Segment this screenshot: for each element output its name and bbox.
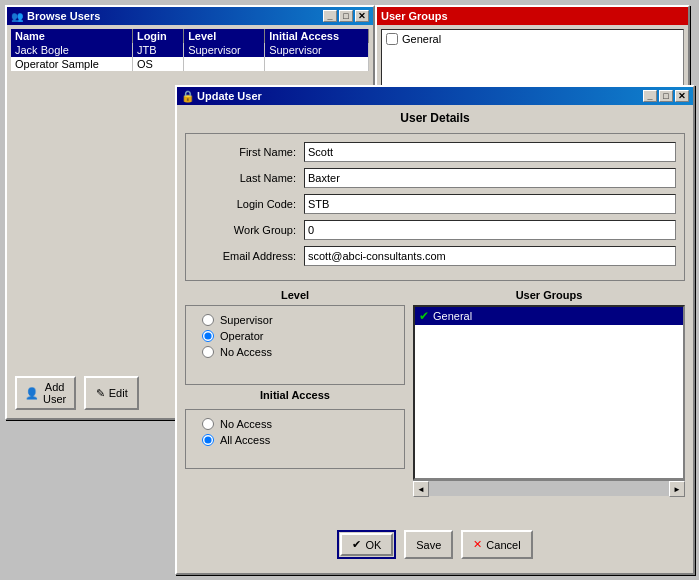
add-user-label: AddUser (43, 381, 66, 405)
no-access-label: No Access (220, 346, 272, 358)
edit-button[interactable]: ✎ Edit (84, 376, 139, 410)
last-name-label: Last Name: (194, 172, 304, 184)
edit-label: Edit (109, 387, 128, 399)
cancel-icon: ✕ (473, 538, 482, 551)
group-general-label: General (402, 33, 441, 45)
initial-access-title: Initial Access (185, 385, 405, 405)
scroll-left-button[interactable]: ◄ (413, 481, 429, 497)
horizontal-scrollbar[interactable]: ◄ ► (413, 480, 685, 496)
ok-button[interactable]: ✔ OK (340, 533, 393, 556)
user-details-form: First Name: Last Name: Login Code: Work … (185, 133, 685, 281)
lock-icon: 🔒 (181, 90, 195, 102)
group-general-checkbox[interactable] (386, 33, 398, 45)
maximize-button[interactable]: □ (339, 10, 353, 22)
no-access-option: No Access (202, 346, 388, 358)
operator-label: Operator (220, 330, 263, 342)
update-user-body: User Details First Name: Last Name: Logi… (177, 105, 693, 573)
scroll-right-button[interactable]: ► (669, 481, 685, 497)
no-access-initial-radio[interactable] (202, 418, 214, 430)
supervisor-label: Supervisor (220, 314, 273, 326)
col-initial-access: Initial Access (265, 29, 369, 43)
initial-access-panel: No Access All Access (185, 409, 405, 469)
work-group-label: Work Group: (194, 224, 304, 236)
update-user-groups-section: User Groups ✔ General ◄ ► (413, 285, 685, 496)
close-button[interactable]: ✕ (355, 10, 369, 22)
col-login: Login (132, 29, 183, 43)
login-code-label: Login Code: (194, 198, 304, 210)
cell-login: OS (132, 57, 183, 71)
first-name-input[interactable] (304, 142, 676, 162)
ok-icon: ✔ (352, 538, 361, 551)
operator-option: Operator (202, 330, 388, 342)
lower-section: Level Supervisor Operator No Access (185, 285, 685, 496)
all-access-initial-option: All Access (202, 434, 388, 446)
cell-name: Jack Bogle (11, 43, 132, 57)
email-input[interactable] (304, 246, 676, 266)
work-group-input[interactable] (304, 220, 676, 240)
check-mark-icon: ✔ (419, 309, 429, 323)
last-name-input[interactable] (304, 168, 676, 188)
ok-btn-wrapper: ✔ OK (337, 530, 396, 559)
cell-name: Operator Sample (11, 57, 132, 71)
cell-level (184, 57, 265, 71)
update-close-button[interactable]: ✕ (675, 90, 689, 102)
supervisor-option: Supervisor (202, 314, 388, 326)
edit-icon: ✎ (96, 387, 105, 400)
level-radio-panel: Supervisor Operator No Access (185, 305, 405, 385)
scroll-track[interactable] (429, 481, 669, 496)
no-access-radio[interactable] (202, 346, 214, 358)
user-groups-title: User Groups (381, 10, 448, 22)
level-title: Level (185, 285, 405, 305)
operator-radio[interactable] (202, 330, 214, 342)
email-label: Email Address: (194, 250, 304, 262)
table-row[interactable]: Jack Bogle JTB Supervisor Supervisor (11, 43, 369, 57)
update-user-groups-list[interactable]: ✔ General (413, 305, 685, 480)
update-user-window: 🔒 Update User _ □ ✕ User Details First N… (175, 85, 695, 575)
update-maximize-button[interactable]: □ (659, 90, 673, 102)
cell-initial-access: Supervisor (265, 43, 369, 57)
no-access-initial-label: No Access (220, 418, 272, 430)
cell-level: Supervisor (184, 43, 265, 57)
group-general-selected[interactable]: ✔ General (415, 307, 683, 325)
dialog-buttons: ✔ OK Save ✕ Cancel (177, 522, 693, 567)
cell-initial-access (265, 57, 369, 71)
level-panel: Level Supervisor Operator No Access (185, 285, 405, 496)
user-details-header: User Details (177, 105, 693, 129)
supervisor-radio[interactable] (202, 314, 214, 326)
col-name: Name (11, 29, 132, 43)
users-table-area: Name Login Level Initial Access Jack Bog… (7, 25, 373, 75)
col-level: Level (184, 29, 265, 43)
group-item[interactable]: General (384, 32, 681, 46)
first-name-label: First Name: (194, 146, 304, 158)
cell-login: JTB (132, 43, 183, 57)
all-access-initial-label: All Access (220, 434, 270, 446)
group-general-name: General (433, 310, 472, 322)
login-code-input[interactable] (304, 194, 676, 214)
browse-users-title-bar: 👥 Browse Users _ □ ✕ (7, 7, 373, 25)
work-group-row: Work Group: (194, 220, 676, 240)
update-user-title-bar: 🔒 Update User _ □ ✕ (177, 87, 693, 105)
users-table: Name Login Level Initial Access Jack Bog… (11, 29, 369, 71)
email-row: Email Address: (194, 246, 676, 266)
login-code-row: Login Code: (194, 194, 676, 214)
add-user-icon: 👤 (25, 387, 39, 400)
update-minimize-button[interactable]: _ (643, 90, 657, 102)
browse-users-buttons: 👤 AddUser ✎ Edit (15, 376, 139, 410)
save-button[interactable]: Save (404, 530, 453, 559)
save-label: Save (416, 539, 441, 551)
ok-label: OK (365, 539, 381, 551)
first-name-row: First Name: (194, 142, 676, 162)
all-access-initial-radio[interactable] (202, 434, 214, 446)
add-user-button[interactable]: 👤 AddUser (15, 376, 76, 410)
browse-users-icon: 👥 (11, 11, 23, 22)
no-access-initial-option: No Access (202, 418, 388, 430)
update-user-title: Update User (197, 90, 262, 102)
update-user-groups-title: User Groups (413, 285, 685, 305)
cancel-button[interactable]: ✕ Cancel (461, 530, 532, 559)
browse-users-title: Browse Users (27, 10, 100, 22)
cancel-label: Cancel (486, 539, 520, 551)
last-name-row: Last Name: (194, 168, 676, 188)
table-row[interactable]: Operator Sample OS (11, 57, 369, 71)
minimize-button[interactable]: _ (323, 10, 337, 22)
user-groups-title-bar: User Groups (377, 7, 688, 25)
